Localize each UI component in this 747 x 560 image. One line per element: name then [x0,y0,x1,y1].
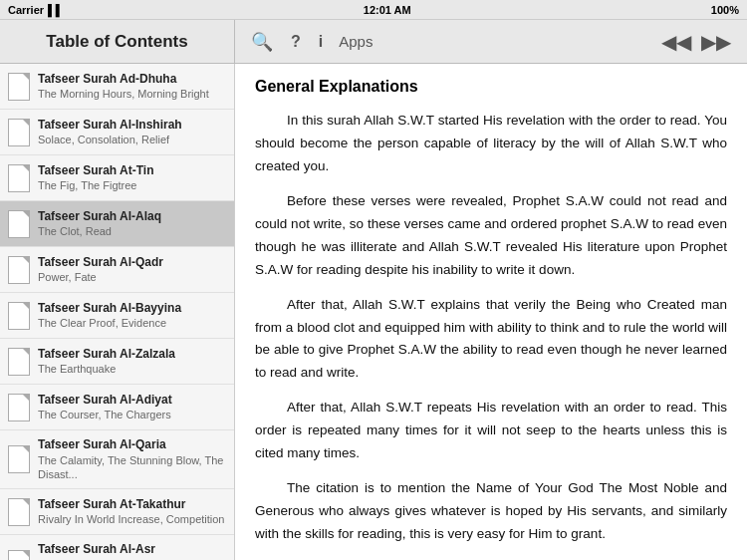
search-icon[interactable]: 🔍 [247,27,277,57]
sidebar-item-title: Tafseer Surah Al-Asr [38,542,226,558]
sidebar-item-subtitle: The Clot, Read [38,224,161,238]
sidebar-item-title: Tafseer Surah At-Tin [38,163,153,179]
reading-title: General Explanations [255,78,727,96]
sidebar-item-title: Tafseer Surah Al-Zalzala [38,347,175,363]
book-icon [8,445,30,473]
sidebar-item-title: Tafseer Surah At-Takathur [38,497,224,513]
book-icon [8,498,30,526]
toolbar-nav: ◀◀ ▶▶ [657,28,735,56]
toc-header: Table of Contents [0,20,235,63]
book-icon [8,302,30,330]
sidebar-item[interactable]: Tafseer Surah Al-AsrThe Declining Day, E… [0,535,234,560]
app-container: Table of Contents 🔍 ? i Apps ◀◀ ▶▶ Tafse… [0,20,747,560]
sidebar-item[interactable]: Tafseer Surah At-TakathurRivalry In Worl… [0,489,234,535]
sidebar-item[interactable]: Tafseer Surah Ad-DhuhaThe Morning Hours,… [0,64,234,110]
signal-icon: ▌▌ [48,4,64,16]
sidebar-item[interactable]: Tafseer Surah Al-QariaThe Calamity, The … [0,430,234,489]
sidebar-item-subtitle: Solace, Consolation, Relief [38,133,182,146]
status-bar: Carrier ▌▌ 12:01 AM 100% [0,0,747,20]
sidebar-item-title: Tafseer Surah Al-Adiyat [38,393,172,409]
book-icon [8,256,30,284]
sidebar-item-subtitle: The Calamity, The Stunning Blow, The Dis… [38,453,226,482]
sidebar-item-subtitle: The Morning Hours, Morning Bright [38,87,209,101]
book-icon [8,210,30,238]
sidebar-item[interactable]: Tafseer Surah Al-ZalzalaThe Earthquake [0,339,234,385]
reading-paragraph: After that, Allah S.W.T repeats His reve… [255,397,727,465]
sidebar-item-title: Tafseer Surah Al-Qadr [38,255,163,271]
reading-paragraph: After that, Allah S.W.T explains that ve… [255,294,727,386]
sidebar-item-subtitle: The Fig, The Figtree [38,178,153,192]
sidebar-item[interactable]: Tafseer Surah Al-BayyinaThe Clear Proof,… [0,293,234,339]
sidebar-item-title: Tafseer Surah Al-Qaria [38,437,226,453]
book-icon [8,550,30,560]
sidebar-item-title: Tafseer Surah Al-Alaq [38,209,161,225]
sidebar-item-title: Tafseer Surah Al-Inshirah [38,118,182,134]
sidebar-item-subtitle: The Courser, The Chargers [38,408,172,421]
next-button[interactable]: ▶▶ [697,28,735,56]
sidebar-item-subtitle: Rivalry In World Increase, Competition [38,512,224,526]
status-left: Carrier ▌▌ [8,4,64,16]
reading-content: In this surah Allah S.W.T started His re… [255,110,727,560]
sidebar-item-title: Tafseer Surah Ad-Dhuha [38,72,209,88]
book-icon [8,394,30,421]
book-icon [8,348,30,376]
sidebar-item[interactable]: Tafseer Surah Al-InshirahSolace, Consola… [0,110,234,155]
sidebar-item[interactable]: Tafseer Surah At-TinThe Fig, The Figtree [0,155,234,201]
sidebar-item[interactable]: Tafseer Surah Al-AlaqThe Clot, Read [0,201,234,247]
carrier-label: Carrier [8,4,44,16]
book-icon [8,73,30,101]
book-icon [8,164,30,192]
sidebar-item-subtitle: Power, Fate [38,270,163,284]
reading-paragraph: Before these verses were revealed, Proph… [255,190,727,282]
content-area: Tafseer Surah Ad-DhuhaThe Morning Hours,… [0,64,747,560]
sidebar-item-subtitle: The Clear Proof, Evidence [38,316,181,330]
sidebar-item-subtitle: The Earthquake [38,362,175,376]
apps-label[interactable]: Apps [339,33,373,50]
sidebar: Tafseer Surah Ad-DhuhaThe Morning Hours,… [0,64,235,560]
reading-area: General Explanations In this surah Allah… [235,64,747,560]
sidebar-item[interactable]: Tafseer Surah Al-AdiyatThe Courser, The … [0,385,234,430]
reading-paragraph: In this surah Allah S.W.T started His re… [255,110,727,178]
status-time: 12:01 AM [364,4,411,16]
toolbar-actions: 🔍 ? i Apps ◀◀ ▶▶ [235,27,747,57]
sidebar-item-title: Tafseer Surah Al-Bayyina [38,301,181,317]
prev-button[interactable]: ◀◀ [657,28,695,56]
help-icon[interactable]: ? [287,29,305,55]
sidebar-item[interactable]: Tafseer Surah Al-QadrPower, Fate [0,247,234,293]
toolbar: Table of Contents 🔍 ? i Apps ◀◀ ▶▶ [0,20,747,64]
info-icon[interactable]: i [315,29,327,55]
reading-paragraph: The citation is to mention the Name of Y… [255,477,727,546]
book-icon [8,119,30,146]
battery-label: 100% [711,4,739,16]
status-right: 100% [711,4,739,16]
